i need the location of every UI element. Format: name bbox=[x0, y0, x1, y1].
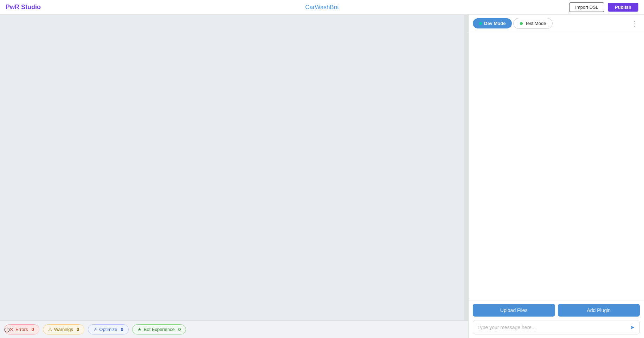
optimize-label: Optimize bbox=[99, 327, 117, 332]
header-actions: Import DSL Publish bbox=[569, 2, 638, 12]
optimize-count: 0 bbox=[121, 327, 123, 332]
power-button[interactable] bbox=[3, 325, 11, 334]
send-button[interactable]: ➤ bbox=[629, 323, 635, 331]
experience-icon: ★ bbox=[137, 327, 142, 332]
mode-tabs: Dev Mode Test Mode ⋮ bbox=[469, 15, 644, 32]
experience-badge[interactable]: ★ Bot Experience 0 bbox=[132, 324, 186, 334]
send-icon: ➤ bbox=[630, 324, 635, 331]
dev-mode-tab[interactable]: Dev Mode bbox=[473, 18, 512, 28]
bottom-panel: Upload Files Add Plugin ➤ bbox=[469, 300, 644, 338]
header: PwR Studio CarWashBot Import DSL Publish bbox=[0, 0, 644, 15]
canvas-area: ✕ Errors 0 ⚠ Warnings 0 ↗ Optimize 0 ★ B… bbox=[0, 15, 468, 338]
test-mode-dot bbox=[520, 22, 523, 25]
experience-count: 0 bbox=[178, 327, 181, 332]
import-dsl-button[interactable]: Import DSL bbox=[569, 2, 604, 12]
message-input[interactable] bbox=[477, 325, 629, 330]
message-input-row: ➤ bbox=[473, 320, 640, 334]
right-panel: Dev Mode Test Mode ⋮ Upload Files Add Pl… bbox=[468, 15, 644, 338]
errors-label: Errors bbox=[15, 327, 28, 332]
app-logo: PwR Studio bbox=[6, 4, 41, 11]
test-mode-tab[interactable]: Test Mode bbox=[513, 18, 553, 29]
warnings-label: Warnings bbox=[54, 327, 73, 332]
more-options-button[interactable]: ⋮ bbox=[630, 19, 640, 28]
optimize-icon: ↗ bbox=[93, 327, 97, 332]
upload-files-button[interactable]: Upload Files bbox=[473, 304, 555, 317]
test-mode-label: Test Mode bbox=[525, 21, 546, 26]
page-title: CarWashBot bbox=[305, 4, 339, 11]
canvas-scrollbar[interactable] bbox=[464, 15, 468, 320]
warning-icon: ⚠ bbox=[48, 327, 52, 332]
add-plugin-button[interactable]: Add Plugin bbox=[558, 304, 640, 317]
chat-area[interactable] bbox=[469, 32, 644, 300]
main-layout: ✕ Errors 0 ⚠ Warnings 0 ↗ Optimize 0 ★ B… bbox=[0, 15, 644, 338]
errors-count: 0 bbox=[31, 327, 34, 332]
experience-label: Bot Experience bbox=[144, 327, 175, 332]
warnings-count: 0 bbox=[77, 327, 79, 332]
dev-mode-dot bbox=[479, 22, 482, 25]
publish-button[interactable]: Publish bbox=[608, 3, 638, 12]
optimize-badge[interactable]: ↗ Optimize 0 bbox=[88, 324, 129, 334]
warnings-badge[interactable]: ⚠ Warnings 0 bbox=[43, 324, 85, 334]
dev-mode-label: Dev Mode bbox=[484, 21, 505, 26]
status-bar: ✕ Errors 0 ⚠ Warnings 0 ↗ Optimize 0 ★ B… bbox=[0, 320, 468, 338]
action-buttons: Upload Files Add Plugin bbox=[473, 304, 640, 317]
